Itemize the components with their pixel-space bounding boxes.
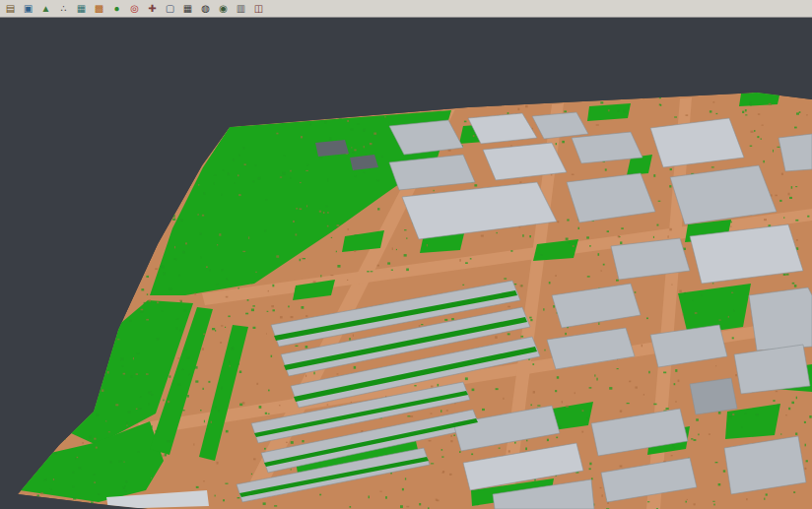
toolbar: ▤▣▲∴▦▩●◎✚▢▦◍◉▥◫ [0, 0, 812, 18]
ortho-icon[interactable]: ◎ [126, 1, 143, 17]
scene-viewport[interactable] [0, 18, 812, 509]
save-icon[interactable]: ▣ [20, 1, 36, 17]
export-icon[interactable]: ◫ [250, 1, 267, 17]
scene-svg [0, 18, 812, 509]
open-project-icon[interactable]: ▤ [2, 1, 19, 17]
measure-icon[interactable]: ✚ [144, 1, 161, 17]
globe-icon[interactable]: ◍ [197, 1, 214, 17]
histogram-icon[interactable]: ▥ [233, 1, 249, 17]
crop-region-icon[interactable]: ▢ [162, 1, 178, 17]
camera-view-icon[interactable]: ◉ [215, 1, 232, 17]
terrain-feature-blddark [690, 378, 737, 414]
terrain-feature-bld [572, 132, 643, 163]
grid-icon[interactable]: ▦ [179, 1, 196, 17]
classification-icon[interactable]: ● [108, 1, 125, 17]
terrain-feature-dark [315, 140, 349, 157]
terrain-icon[interactable]: ▲ [37, 1, 54, 17]
terrain-feature-bld [749, 287, 812, 350]
point-cloud-icon[interactable]: ∴ [55, 1, 72, 17]
texture-icon[interactable]: ▩ [91, 1, 107, 17]
mesh-icon[interactable]: ▦ [73, 1, 90, 17]
